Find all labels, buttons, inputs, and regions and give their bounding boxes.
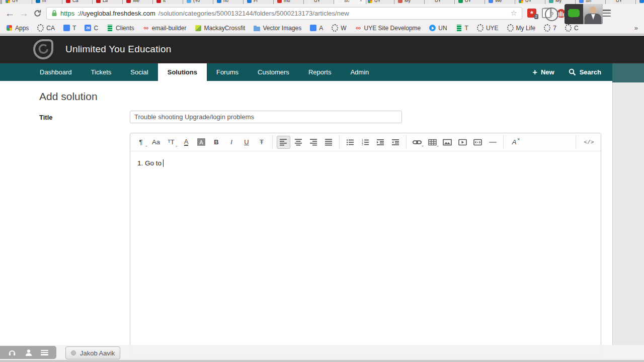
bookmark-item[interactable]: Vector Images: [254, 25, 301, 32]
reload-button[interactable]: [33, 9, 42, 18]
agents-person-icon[interactable]: [25, 349, 33, 356]
underline-button[interactable]: U: [240, 136, 254, 149]
paragraph-format-button[interactable]: ¶: [134, 136, 148, 149]
bookmark-item[interactable]: A: [310, 25, 323, 32]
bookmark-item[interactable]: ∞email-builder: [143, 25, 187, 32]
tab-close-icon[interactable]: ×: [360, 0, 362, 3]
browser-tab[interactable]: Ca: [62, 0, 95, 4]
tab-reports[interactable]: Reports: [299, 63, 341, 81]
bookmark-item[interactable]: 26C: [85, 25, 98, 32]
tab-admin[interactable]: Admin: [341, 63, 378, 81]
clear-formatting-button[interactable]: A×: [508, 136, 521, 149]
address-bar[interactable]: https://uyeglobal.freshdesk.com/solution…: [46, 7, 522, 20]
asterisk-extension-icon[interactable]: * 2: [527, 8, 537, 18]
browser-tab[interactable]: UY: [515, 0, 547, 4]
insert-table-button[interactable]: [426, 136, 439, 149]
tab-label: We: [495, 0, 502, 3]
browser-tab[interactable]: UY: [605, 0, 638, 4]
tab-customers[interactable]: Customers: [248, 63, 299, 81]
insert-link-button[interactable]: [411, 136, 424, 149]
browser-tab[interactable]: Fr: [243, 0, 276, 4]
search-button[interactable]: Search: [569, 68, 601, 76]
tab-forums[interactable]: Forums: [207, 63, 248, 81]
plus-icon: +: [533, 68, 537, 77]
browser-tab[interactable]: UY: [364, 0, 396, 4]
italic-button[interactable]: I: [225, 136, 238, 149]
browser-tab-active[interactable]: Sc×: [334, 0, 366, 4]
forward-button[interactable]: →: [19, 9, 29, 18]
horizontal-rule-button[interactable]: [486, 136, 500, 149]
bookmark-item[interactable]: MackayCrossfit: [195, 25, 245, 32]
browser-tab[interactable]: no: [213, 0, 246, 4]
insert-video-button[interactable]: [456, 136, 469, 149]
browser-tab[interactable]: UY: [454, 0, 487, 4]
bookmark-item[interactable]: My Life: [507, 25, 536, 32]
browser-tab[interactable]: My: [545, 0, 578, 4]
title-input[interactable]: [130, 111, 402, 123]
bookmark-item[interactable]: UN: [429, 25, 447, 32]
help-button[interactable]: ?: [545, 8, 558, 21]
tab-label: Sh: [586, 0, 591, 3]
footer-menu-icon[interactable]: [41, 350, 48, 355]
browser-tab[interactable]: no: [635, 0, 644, 4]
browser-tab[interactable]: m: [32, 0, 64, 4]
browser-tab[interactable]: We: [485, 0, 517, 4]
numbered-list-button[interactable]: 123: [359, 136, 372, 149]
outdent-button[interactable]: [389, 136, 403, 149]
browser-tab[interactable]: UY: [424, 0, 457, 4]
bookmark-item[interactable]: T: [456, 25, 468, 32]
browser-tab[interactable]: It: [152, 0, 185, 4]
browser-tab[interactable]: (Yo: [183, 0, 215, 4]
bookmark-item[interactable]: C: [565, 25, 579, 32]
tab-label: UY: [525, 0, 532, 3]
user-menu[interactable]: [565, 4, 603, 24]
avatar[interactable]: [583, 4, 603, 24]
chrome-menu-icon[interactable]: [602, 10, 611, 17]
align-center-button[interactable]: [292, 136, 305, 149]
company-logo-icon: [32, 38, 54, 60]
bookmark-item[interactable]: T: [63, 25, 76, 32]
bookmarks-overflow-chevron[interactable]: »: [634, 24, 638, 32]
bookmark-label: C: [574, 25, 579, 32]
font-family-button[interactable]: Aa: [149, 136, 163, 149]
align-left-button[interactable]: [277, 136, 290, 149]
bold-button[interactable]: B: [210, 136, 223, 149]
bookmark-star-icon[interactable]: ☆: [511, 9, 517, 18]
tab-tickets[interactable]: Tickets: [82, 63, 121, 81]
browser-tab[interactable]: mb: [273, 0, 306, 4]
support-headset-icon[interactable]: [8, 349, 16, 356]
bookmark-item[interactable]: ∞UYE Site Developme: [355, 25, 421, 32]
new-button[interactable]: +New: [533, 68, 554, 77]
tab-social[interactable]: Social: [121, 63, 157, 81]
browser-tab[interactable]: UY: [2, 0, 34, 4]
browser-tab[interactable]: Sh: [575, 0, 608, 4]
browser-tab[interactable]: UY: [303, 0, 336, 4]
bullet-list-button[interactable]: [344, 136, 357, 149]
align-right-button[interactable]: [307, 136, 320, 149]
chat-bubble-icon[interactable]: [568, 9, 580, 17]
tab-dashboard[interactable]: Dashboard: [30, 63, 82, 81]
strikethrough-button[interactable]: Ŧ: [255, 136, 269, 149]
background-color-button[interactable]: A: [195, 136, 208, 149]
back-button[interactable]: ←: [5, 9, 15, 18]
justify-button[interactable]: [322, 136, 336, 149]
agent-status-chip[interactable]: Jakob Aavik: [65, 346, 120, 359]
bookmark-item[interactable]: Clients: [107, 25, 134, 32]
tab-solutions[interactable]: Solutions: [158, 63, 207, 81]
code-view-button[interactable]: </>: [582, 136, 596, 149]
browser-tab[interactable]: We: [122, 0, 155, 4]
insert-embed-button[interactable]: [471, 136, 485, 149]
text-color-button[interactable]: A: [180, 136, 193, 149]
browser-tab[interactable]: My: [394, 0, 427, 4]
editor-body[interactable]: 1. Go to: [130, 151, 601, 175]
bookmark-item[interactable]: W: [332, 25, 346, 32]
bookmark-apps[interactable]: Apps: [6, 25, 29, 32]
indent-button[interactable]: [374, 136, 387, 149]
bookmark-label: Apps: [15, 25, 29, 32]
bookmark-item[interactable]: CA: [37, 25, 55, 32]
browser-tab[interactable]: La: [92, 0, 125, 4]
bookmark-item[interactable]: 7: [544, 25, 556, 32]
insert-image-button[interactable]: [441, 136, 454, 149]
font-size-button[interactable]: ᵀT: [165, 136, 178, 149]
bookmark-item[interactable]: UYE: [477, 25, 499, 32]
